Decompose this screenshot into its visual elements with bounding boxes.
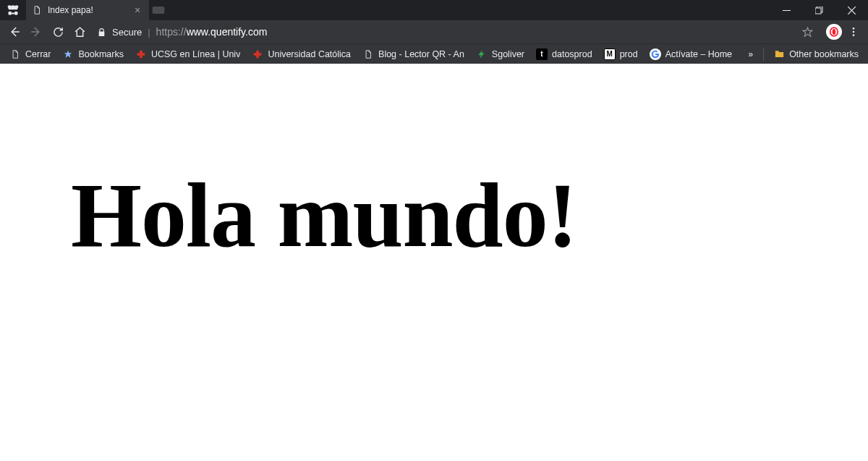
home-button[interactable] xyxy=(69,22,90,42)
bookmark-label: Universidad Católica xyxy=(268,49,351,59)
cross-icon xyxy=(252,48,263,60)
letter-m-icon: M xyxy=(604,48,616,60)
bookmark-item[interactable]: Actívate – Home xyxy=(644,46,737,63)
new-tab-button[interactable] xyxy=(149,0,168,20)
window-maximize-button[interactable] xyxy=(803,0,835,20)
incognito-icon xyxy=(0,0,26,20)
address-bar[interactable]: Secure | https://www.quentify.com xyxy=(91,22,822,42)
svg-rect-3 xyxy=(815,8,821,14)
bookmark-label: Bookmarks xyxy=(78,49,124,59)
browser-menu-button[interactable] xyxy=(843,22,864,42)
bookmark-label: Sgoliver xyxy=(492,49,524,59)
tab-favicon-icon xyxy=(32,5,42,15)
svg-point-6 xyxy=(853,28,855,30)
letter-t-icon: t xyxy=(536,48,548,60)
bookmark-item[interactable]: M prod xyxy=(599,46,643,63)
page-icon xyxy=(9,48,21,60)
reload-button[interactable] xyxy=(48,22,68,42)
bookmark-label: Blog - Lector QR - An xyxy=(378,49,464,59)
window-controls xyxy=(770,0,868,20)
page-viewport: Hola mundo! xyxy=(0,64,868,461)
star-icon xyxy=(62,48,74,60)
bookmark-label: datosprod xyxy=(552,49,592,59)
other-bookmarks-label: Other bookmarks xyxy=(789,49,859,59)
bolt-icon xyxy=(476,48,488,60)
bookmark-item[interactable]: Cerrar xyxy=(4,46,56,63)
forward-button[interactable] xyxy=(26,22,46,42)
divider xyxy=(763,48,764,61)
bookmark-label: UCSG en Línea | Univ xyxy=(151,49,240,59)
svg-point-8 xyxy=(853,34,855,36)
bookmark-item[interactable]: t datosprod xyxy=(531,46,597,63)
url-host: www.quentify.com xyxy=(187,26,268,38)
google-icon xyxy=(650,48,661,60)
secure-label: Secure xyxy=(112,27,142,38)
cross-icon xyxy=(135,48,147,60)
extension-opera-icon[interactable] xyxy=(826,24,842,40)
url-scheme: https:// xyxy=(156,26,187,38)
bookmarks-bar: Cerrar Bookmarks UCSG en Línea | Univ Un… xyxy=(0,43,868,64)
bookmark-item[interactable]: Sgoliver xyxy=(471,46,529,63)
tab-close-icon[interactable]: × xyxy=(132,4,143,16)
folder-icon xyxy=(773,48,785,60)
bookmark-label: prod xyxy=(620,49,638,59)
window-minimize-button[interactable] xyxy=(770,0,803,20)
window-close-button[interactable] xyxy=(835,0,868,20)
lock-icon xyxy=(97,28,106,37)
bookmark-label: Actívate – Home xyxy=(665,49,732,59)
toolbar: Secure | https://www.quentify.com xyxy=(0,20,868,43)
tab-strip: Index papa! × xyxy=(0,0,868,20)
browser-tab[interactable]: Index papa! × xyxy=(26,0,149,20)
bookmark-item[interactable]: Universidad Católica xyxy=(247,46,356,63)
other-bookmarks-button[interactable]: Other bookmarks xyxy=(768,46,864,63)
svg-point-7 xyxy=(853,31,855,33)
page-icon xyxy=(362,48,374,60)
tab-title: Index papa! xyxy=(48,5,126,15)
bookmark-item[interactable]: UCSG en Línea | Univ xyxy=(130,46,245,63)
bookmark-item[interactable]: Blog - Lector QR - An xyxy=(357,46,469,63)
separator: | xyxy=(148,27,150,38)
svg-point-5 xyxy=(833,29,836,35)
svg-rect-0 xyxy=(153,7,165,14)
page-heading: Hola mundo! xyxy=(71,164,862,268)
back-button[interactable] xyxy=(4,22,25,42)
bookmark-item[interactable]: Bookmarks xyxy=(57,46,129,63)
bookmark-label: Cerrar xyxy=(25,49,51,59)
url-text: https://www.quentify.com xyxy=(156,26,268,38)
bookmarks-overflow-button[interactable]: » xyxy=(742,49,759,59)
svg-rect-1 xyxy=(783,10,791,11)
bookmark-star-icon[interactable] xyxy=(799,23,816,41)
